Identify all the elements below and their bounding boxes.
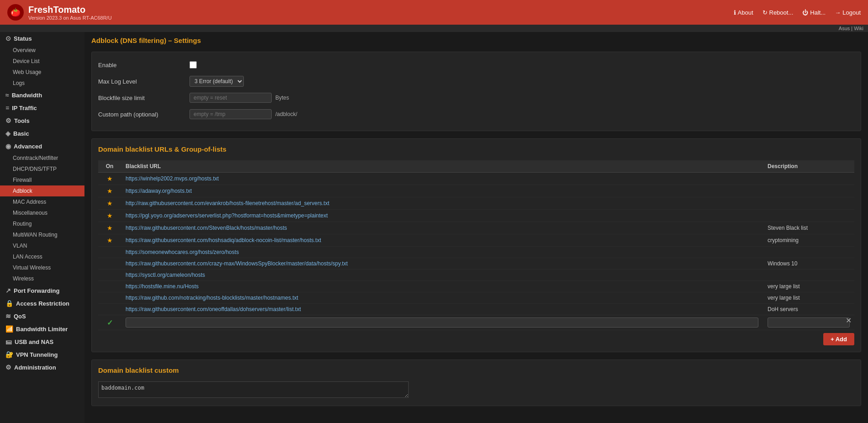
sidebar-item-routing[interactable]: Routing — [0, 218, 84, 229]
url-link[interactable]: https://raw.githubusercontent.com/hoshsa… — [126, 237, 321, 243]
url-link[interactable]: https://raw.githubusercontent.com/oneoff… — [126, 306, 301, 312]
sidebar-label-vpntunneling: VPN Tunneling — [16, 351, 58, 358]
max-log-select[interactable]: 0 Emergency1 Alert2 Critical3 Error (def… — [189, 76, 244, 87]
sidebar-item-multiwan-routing[interactable]: MultiWAN Routing — [0, 229, 84, 240]
star-icon: ★ — [107, 237, 113, 244]
sidebar-icon-iptraffic: ≡ — [5, 104, 9, 111]
sidebar-label-usbnas: USB and NAS — [15, 338, 53, 345]
sidebar-item-dhcp-dns-tftp[interactable]: DHCP/DNS/TFTP — [0, 164, 84, 174]
custom-path-input[interactable] — [189, 109, 272, 119]
table-row: https://raw.github.com/notracking/hosts-… — [98, 292, 854, 304]
cell-on — [98, 292, 121, 304]
enable-label: Enable — [98, 62, 189, 69]
new-url-input[interactable] — [126, 317, 758, 328]
url-link[interactable]: https://hostsfile.mine.nu/Hosts — [126, 283, 199, 290]
enable-checkbox[interactable] — [189, 61, 197, 69]
cell-desc — [763, 210, 854, 222]
sidebar-section-vpntunneling[interactable]: 🔐VPN Tunneling — [0, 348, 84, 361]
col-on-header: On — [98, 160, 121, 173]
sidebar-icon-administration: ⚙ — [5, 364, 11, 371]
sidebar-item-virtual-wireless[interactable]: Virtual Wireless — [0, 262, 84, 273]
blacklist-table: On Blacklist URL Description ★ https://w… — [98, 160, 854, 330]
sidebar-section-administration[interactable]: ⚙Administration — [0, 361, 84, 374]
new-row-url-cell — [121, 315, 763, 330]
table-row: https://hostsfile.mine.nu/Hosts very lar… — [98, 281, 854, 292]
cell-url: https://raw.githubusercontent.com/Steven… — [121, 222, 763, 234]
custom-section-card: Domain blacklist custom — [91, 360, 861, 406]
sidebar-item-lan-access[interactable]: LAN Access — [0, 251, 84, 262]
sidebar-section-iptraffic[interactable]: ≡IP Traffic — [0, 101, 84, 114]
sidebar-item-firewall[interactable]: Firewall — [0, 174, 84, 185]
sidebar-item-miscellaneous[interactable]: Miscellaneous — [0, 207, 84, 218]
sidebar: ⊙StatusOverviewDevice ListWeb UsageLogs≈… — [0, 32, 84, 423]
cell-on: ★ — [98, 222, 121, 234]
sidebar-item-vlan[interactable]: VLAN — [0, 240, 84, 251]
app-version: Version 2023.3 on Asus RT-AC68R/U — [28, 15, 112, 21]
sidebar-section-accessrestriction[interactable]: 🔒Access Restriction — [0, 297, 84, 310]
sidebar-icon-portforwarding: ↗ — [5, 287, 11, 294]
cell-on: ★ — [98, 185, 121, 197]
url-link[interactable]: https://raw.githubusercontent.com/crazy-… — [126, 260, 348, 267]
url-link[interactable]: https://someonewhocares.org/hosts/zero/h… — [126, 249, 239, 255]
url-link[interactable]: https://sysctl.org/cameleon/hosts — [126, 272, 205, 278]
custom-textarea[interactable] — [98, 381, 409, 398]
cell-desc — [763, 173, 854, 185]
reboot-link[interactable]: ↻ Reboot... — [763, 9, 794, 16]
sidebar-item-conntrack-netfilter[interactable]: Conntrack/Netfilter — [0, 153, 84, 164]
cell-url: https://winhelp2002.mvps.org/hosts.txt — [121, 173, 763, 185]
sidebar-item-device-list[interactable]: Device List — [0, 56, 84, 67]
header-nav: ℹ About ↻ Reboot... ⏻ Halt... → Logout — [734, 9, 861, 16]
cell-url: https://raw.github.com/notracking/hosts-… — [121, 292, 763, 304]
cell-on — [98, 304, 121, 315]
url-link[interactable]: https://winhelp2002.mvps.org/hosts.txt — [126, 175, 219, 182]
sidebar-icon-bandwidth: ≈ — [5, 91, 9, 99]
sidebar-section-bandwidth[interactable]: ≈Bandwidth — [0, 89, 84, 101]
halt-link[interactable]: ⏻ Halt... — [802, 9, 826, 16]
sidebar-section-advanced[interactable]: ◉Advanced — [0, 140, 84, 153]
sidebar-section-tools[interactable]: ⚙Tools — [0, 114, 84, 127]
cell-desc — [763, 197, 854, 210]
url-link[interactable]: https://raw.github.com/notracking/hosts-… — [126, 295, 298, 301]
sidebar-section-portforwarding[interactable]: ↗Port Forwarding — [0, 284, 84, 297]
cell-desc — [763, 247, 854, 258]
url-link[interactable]: https://raw.githubusercontent.com/Steven… — [126, 225, 287, 231]
blacklist-card: Domain blacklist URLs & Group-of-lists O… — [91, 138, 861, 352]
sidebar-item-mac-address[interactable]: MAC Address — [0, 196, 84, 207]
sidebar-item-overview[interactable]: Overview — [0, 45, 84, 56]
sidebar-item-logs[interactable]: Logs — [0, 78, 84, 89]
add-button[interactable]: + Add — [823, 333, 854, 345]
logout-link[interactable]: → Logout — [835, 9, 861, 16]
table-row: ★ https://adaway.org/hosts.txt — [98, 185, 854, 197]
sidebar-icon-basic: ◈ — [5, 130, 11, 137]
new-desc-input[interactable] — [768, 317, 850, 328]
sidebar-item-web-usage[interactable]: Web Usage — [0, 67, 84, 78]
cell-url: https://pgl.yoyo.org/adservers/serverlis… — [121, 210, 763, 222]
sidebar-section-qos[interactable]: ≋QoS — [0, 310, 84, 323]
close-row-button[interactable]: ✕ — [844, 316, 853, 325]
custom-path-row: Custom path (optional) /adblock/ — [98, 108, 854, 121]
url-link[interactable]: http://raw.githubusercontent.com/evankro… — [126, 200, 329, 206]
cell-desc — [763, 185, 854, 197]
cell-desc: very large list — [763, 281, 854, 292]
col-url-header: Blacklist URL — [121, 160, 763, 173]
sidebar-label-advanced: Advanced — [14, 143, 42, 150]
logo: 🍅 FreshTomato Version 2023.3 on Asus RT-… — [7, 4, 734, 21]
sidebar-item-wireless[interactable]: Wireless — [0, 273, 84, 284]
url-link[interactable]: https://adaway.org/hosts.txt — [126, 188, 192, 194]
url-link[interactable]: https://pgl.yoyo.org/adservers/serverlis… — [126, 212, 328, 219]
sidebar-section-basic[interactable]: ◈Basic — [0, 127, 84, 140]
sidebar-item-adblock[interactable]: Adblock — [0, 185, 84, 196]
sidebar-section-usbnas[interactable]: 🖴USB and NAS — [0, 335, 84, 348]
sidebar-section-bandwidthlimiter[interactable]: 📶Bandwidth Limiter — [0, 323, 84, 335]
halt-icon: ⏻ — [802, 9, 808, 16]
cell-on: ★ — [98, 173, 121, 185]
blockfile-input[interactable] — [189, 93, 272, 103]
sidebar-icon-advanced: ◉ — [5, 143, 11, 150]
topbar-links[interactable]: Asus | Wiki — [839, 26, 863, 31]
cell-on — [98, 270, 121, 281]
table-row: ★ http://raw.githubusercontent.com/evank… — [98, 197, 854, 210]
cell-desc: very large list — [763, 292, 854, 304]
about-link[interactable]: ℹ About — [734, 9, 753, 16]
col-desc-header: Description — [763, 160, 854, 173]
sidebar-section-status[interactable]: ⊙Status — [0, 32, 84, 45]
